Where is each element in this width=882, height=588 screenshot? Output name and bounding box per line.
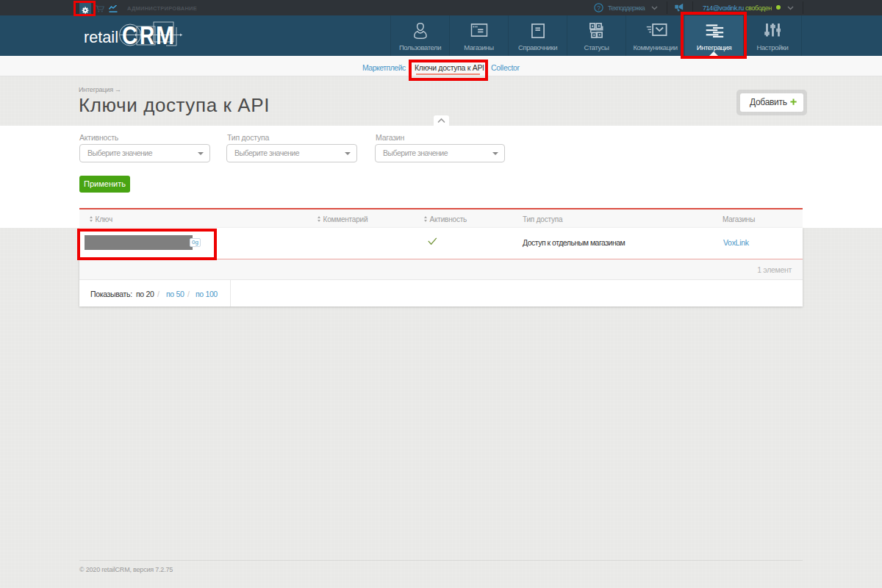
svg-text:R: R	[140, 21, 154, 49]
svg-text:C: C	[122, 21, 137, 49]
svg-text:?: ?	[597, 4, 600, 12]
svg-text:retail: retail	[84, 28, 118, 46]
svg-text:M: M	[156, 21, 174, 49]
